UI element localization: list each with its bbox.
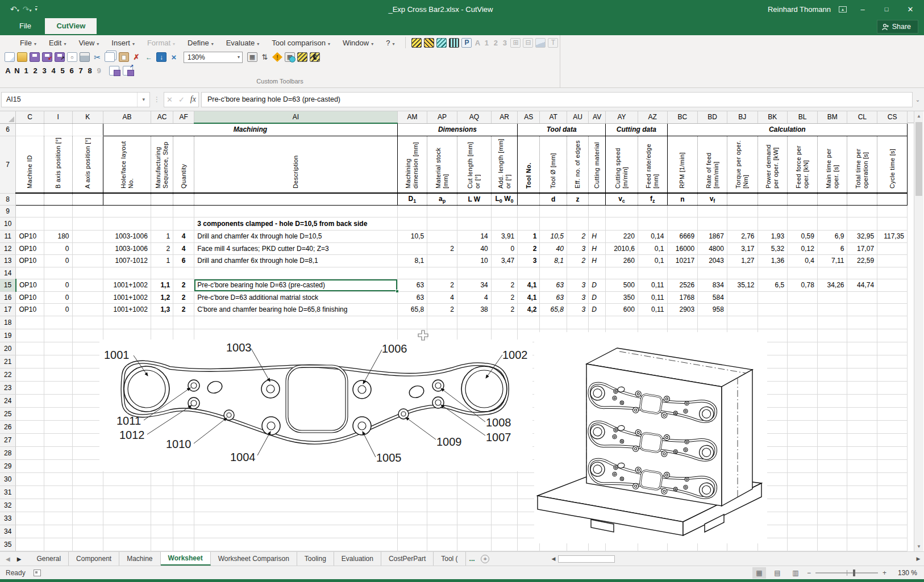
cell-AF17[interactable]: 2 <box>173 304 194 316</box>
row-header-14[interactable]: 14 <box>0 267 16 279</box>
cell-AB14[interactable] <box>103 267 151 279</box>
cell-AS15[interactable]: 4,1 <box>518 279 540 292</box>
cell-AM14[interactable] <box>397 267 427 279</box>
namebox-dropdown-icon[interactable]: ▾ <box>137 93 149 107</box>
cell-AP11[interactable] <box>427 231 457 243</box>
cell-AM15[interactable]: 63 <box>397 279 427 292</box>
column-header-BM[interactable]: BM <box>817 111 847 123</box>
cell-C17[interactable]: OP10 <box>16 304 44 316</box>
cell-AR12[interactable]: 0 <box>491 242 517 255</box>
cell-BL10[interactable] <box>788 217 818 231</box>
insert-function-icon[interactable]: fx <box>190 95 196 104</box>
row-header-10[interactable]: 10 <box>0 217 16 231</box>
cell-BM23[interactable] <box>817 381 847 394</box>
right-letter-2[interactable]: 2 <box>491 39 500 47</box>
cell-CS14[interactable] <box>877 267 908 279</box>
row-header-26[interactable]: 26 <box>0 420 16 433</box>
delete-table-column-icon[interactable]: ⊟ <box>523 38 533 48</box>
cell-AZ14[interactable] <box>638 267 667 279</box>
cell-AC31[interactable] <box>151 485 173 499</box>
field-header-AV[interactable]: Cutting material <box>589 136 606 193</box>
cell-AY15[interactable]: 500 <box>606 279 638 292</box>
cell-BJ16[interactable] <box>727 291 757 304</box>
cell-AB33[interactable] <box>103 512 151 525</box>
cell-BK16[interactable] <box>757 291 788 304</box>
minimize-button[interactable]: – <box>855 5 871 14</box>
group-header-dimensions[interactable]: Dimensions <box>397 123 518 136</box>
cell-AB16[interactable]: 1001+1002 <box>103 291 151 304</box>
cell-K33[interactable] <box>72 512 103 525</box>
cell-AP31[interactable] <box>427 485 457 499</box>
cell-C31[interactable] <box>16 485 44 499</box>
sheet-nav-left-icon[interactable]: ◀ <box>6 556 10 562</box>
cell-BM15[interactable]: 34,26 <box>817 279 847 292</box>
cell-BC18[interactable] <box>667 316 698 329</box>
row-header-22[interactable]: 22 <box>0 368 16 381</box>
cell-C25[interactable] <box>16 407 44 420</box>
quick-letter-5[interactable]: 5 <box>58 66 67 75</box>
cell-I24[interactable] <box>44 394 72 407</box>
close-button[interactable]: ✕ <box>902 5 918 14</box>
cell-AB18[interactable] <box>103 316 151 329</box>
print-preview-icon[interactable] <box>67 52 77 62</box>
cell-I6[interactable] <box>44 123 72 136</box>
cell-CS21[interactable] <box>877 355 908 368</box>
cell-CS15[interactable] <box>877 279 908 292</box>
column-header-BC[interactable]: BC <box>667 111 698 123</box>
cell-CS10[interactable] <box>877 217 908 231</box>
cell-AC16[interactable]: 1,2 <box>151 291 173 304</box>
copy-icon[interactable] <box>105 52 115 62</box>
cell-K17[interactable] <box>72 304 103 316</box>
cell-AB30[interactable] <box>103 472 151 485</box>
cell-AV12[interactable]: H <box>589 242 606 255</box>
symbol-AQ[interactable]: L W <box>457 193 491 205</box>
column-header-AV[interactable]: AV <box>589 111 606 123</box>
column-header-BL[interactable]: BL <box>788 111 818 123</box>
sheet-nav-right-icon[interactable]: ▶ <box>17 556 22 562</box>
cell-CL19[interactable] <box>847 329 877 342</box>
cell-K12[interactable] <box>72 242 103 255</box>
column-header-AY[interactable]: AY <box>606 111 638 123</box>
cell-CS31[interactable] <box>877 485 908 499</box>
cell-AS16[interactable]: 4,1 <box>518 291 540 304</box>
cell-AU10[interactable] <box>567 217 588 231</box>
cell-C26[interactable] <box>16 420 44 433</box>
cell-BK14[interactable] <box>757 267 788 279</box>
cell-CL28[interactable] <box>847 446 877 459</box>
cell-CL15[interactable]: 44,74 <box>847 279 877 292</box>
menu-view[interactable]: View▾ <box>72 39 105 47</box>
cell-AB31[interactable] <box>103 485 151 499</box>
menu-edit[interactable]: Edit▾ <box>43 39 72 47</box>
cell-AR30[interactable] <box>491 472 517 485</box>
cell-BM17[interactable] <box>817 304 847 316</box>
field-header-AT[interactable]: Tool Ø [mm] <box>540 136 567 193</box>
maximize-button[interactable]: □ <box>879 6 894 12</box>
cell-BL26[interactable] <box>788 420 818 433</box>
cell-BM9[interactable] <box>817 205 847 217</box>
cell-BK13[interactable]: 1,36 <box>757 255 788 267</box>
cell-K22[interactable] <box>72 368 103 381</box>
symbol-BD[interactable]: vf <box>698 193 727 205</box>
zoom-combobox[interactable]: 130%▾ <box>184 52 243 63</box>
cell-AZ13[interactable]: 0,1 <box>638 255 667 267</box>
cell-K13[interactable] <box>72 255 103 267</box>
cell-C15[interactable]: OP10 <box>16 279 44 292</box>
cell-CS9[interactable] <box>877 205 908 217</box>
field-header-K[interactable]: A axis position [°] <box>72 136 103 193</box>
cell-BC13[interactable]: 10217 <box>667 255 698 267</box>
cell-I13[interactable]: 0 <box>44 255 72 267</box>
row-header-28[interactable]: 28 <box>0 446 16 459</box>
cell-AR35[interactable] <box>491 538 517 551</box>
shift-left-icon[interactable]: ← <box>144 52 154 62</box>
insert-picture-icon[interactable] <box>535 38 546 48</box>
cell-BL24[interactable] <box>788 394 818 407</box>
scroll-left-icon[interactable]: ◀ <box>549 556 558 562</box>
cell-BK15[interactable]: 6,5 <box>757 279 788 292</box>
cell-BC10[interactable] <box>667 217 698 231</box>
cell-AB34[interactable] <box>103 525 151 538</box>
cell-AP34[interactable] <box>427 525 457 538</box>
cell-AU11[interactable]: 2 <box>567 231 588 243</box>
cell-CL10[interactable] <box>847 217 877 231</box>
cell-C29[interactable] <box>16 459 44 472</box>
cell-AF16[interactable]: 2 <box>173 291 194 304</box>
